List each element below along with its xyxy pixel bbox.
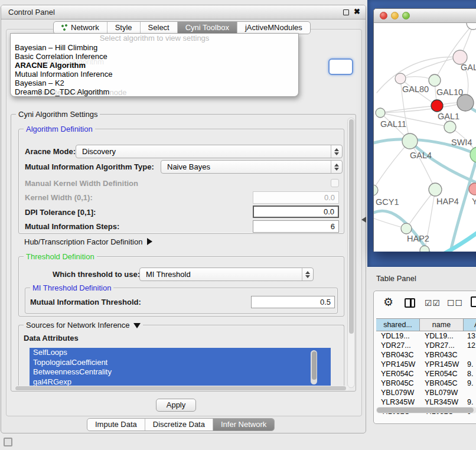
tab-cyni-toolbox[interactable]: Cyni Toolbox (178, 22, 237, 34)
mi-steps-field[interactable]: 6 (253, 220, 339, 233)
table-row[interactable]: YBR043CYBR043C (376, 350, 476, 360)
bottom-tab-bar: Impute DataDiscretize DataInfer Network (87, 418, 275, 431)
node-label: GAL80 (402, 84, 429, 94)
network-window-titlebar[interactable] (374, 9, 476, 23)
close-icon[interactable]: ✖ (354, 7, 360, 16)
table-cell: YBR045C (376, 379, 420, 388)
network-node[interactable] (431, 100, 443, 112)
settings-horizontal-scrollbar[interactable] (15, 386, 349, 391)
tab-network[interactable]: Network (54, 22, 107, 34)
node-label: GAL4 (410, 151, 432, 160)
dpi-tolerance-field[interactable]: 0.0 (253, 206, 339, 218)
network-graph[interactable]: GALGAL80GAL10GAL1GAL11SWI4GAL4GCY1HAP4YH… (374, 23, 476, 252)
table-row[interactable]: YBR045CYBR045C9. (376, 379, 476, 388)
settings-scroll-thumb[interactable] (349, 119, 354, 334)
node-label: GAL11 (380, 119, 406, 129)
attribute-list-item[interactable]: BetweennessCentrality (30, 367, 331, 377)
apply-button[interactable]: Apply (156, 399, 196, 412)
network-node[interactable] (376, 108, 385, 118)
zoom-traffic-light[interactable] (402, 12, 410, 19)
network-edge[interactable] (406, 190, 435, 229)
export-table-icon[interactable] (471, 296, 476, 307)
table-cell: YLR345W (420, 397, 464, 407)
mi-threshold-field[interactable]: 0.5 (251, 296, 335, 308)
kernel-width-field[interactable]: 0.0 (253, 191, 339, 204)
attribute-list-scrollbar[interactable] (311, 350, 317, 384)
table-row[interactable]: YBL079WYBL079W (376, 388, 476, 397)
column-header[interactable]: shared... (376, 318, 420, 331)
network-canvas[interactable]: GALGAL80GAL10GAL1GAL11SWI4GAL4GCY1HAP4YH… (374, 23, 476, 252)
column-header[interactable]: A (464, 318, 476, 331)
network-node[interactable] (401, 223, 412, 234)
data-attributes-list[interactable]: SelfLoopsTopologicalCoefficientBetweenne… (30, 348, 331, 387)
inference-algorithm-combo-fragment[interactable] (328, 58, 353, 75)
mini-palette-icon[interactable] (4, 438, 12, 446)
tab-jactivemnodules[interactable]: jActiveMNodules (237, 22, 310, 34)
tab-infer-network[interactable]: Infer Network (213, 419, 274, 431)
network-edge[interactable] (410, 141, 435, 190)
table-cell (464, 388, 476, 397)
attribute-list-item[interactable]: SelfLoops (30, 348, 331, 358)
table-row[interactable]: YDL19...YDL19...13 (376, 331, 476, 341)
table-panel-header: Table Panel (367, 267, 476, 289)
which-threshold-select[interactable]: MI Threshold (139, 268, 314, 281)
table-row[interactable]: YPR145WYPR145W9. (376, 360, 476, 369)
table-cell (464, 350, 476, 360)
tab-select[interactable]: Select (141, 22, 178, 34)
network-node[interactable] (444, 121, 456, 133)
algorithm-popup-item[interactable]: Bayesian – K2 (11, 79, 298, 87)
tab-label: Discretize Data (153, 419, 205, 431)
network-node[interactable] (470, 147, 476, 162)
stepper-arrows-icon (331, 145, 342, 158)
tab-style[interactable]: Style (107, 22, 141, 34)
table-hscroll-thumb[interactable] (377, 407, 474, 413)
algorithm-popup-item[interactable]: ARACNE Algorithm (11, 61, 298, 70)
network-edge[interactable] (374, 141, 410, 190)
table-cell: 9. (464, 379, 476, 388)
settings-vertical-scrollbar[interactable] (347, 118, 355, 388)
close-traffic-light[interactable] (380, 12, 387, 19)
table-row[interactable]: YLR345WYLR345W9. (376, 397, 476, 407)
mi-algorithm-type-select[interactable]: Naive Bayes (161, 160, 343, 174)
network-node[interactable] (429, 74, 441, 86)
aracne-mode-value: Discovery (76, 147, 331, 156)
network-view-window[interactable]: GALGAL80GAL10GAL1GAL11SWI4GAL4GCY1HAP4YH… (373, 8, 476, 252)
tab-label: Infer Network (221, 419, 266, 431)
network-node[interactable] (467, 23, 476, 30)
network-node[interactable] (402, 133, 418, 149)
table-cell: YBL079W (420, 388, 464, 397)
column-header[interactable]: name (420, 318, 464, 331)
attribute-list-scroll-thumb[interactable] (312, 351, 317, 380)
network-node[interactable] (420, 246, 429, 252)
table-row[interactable]: YDR27...YDR27...12 (376, 341, 476, 350)
tab-discretize-data[interactable]: Discretize Data (145, 419, 213, 431)
network-node[interactable] (457, 94, 474, 111)
algorithm-popup-item[interactable]: Bayesian – Hill Climbing (11, 43, 298, 52)
table-horizontal-scrollbar[interactable] (376, 407, 476, 413)
select-all-checkboxes-icon[interactable]: ☑☑ (425, 298, 441, 308)
deselect-all-checkboxes-icon[interactable]: ☐☐ (447, 298, 463, 308)
float-window-icon[interactable] (343, 9, 349, 15)
algorithm-popup-item[interactable]: Basic Correlation Inference (11, 52, 298, 61)
network-node[interactable] (374, 185, 378, 195)
columns-icon[interactable] (405, 298, 415, 308)
settings-hscroll-thumb[interactable] (15, 386, 346, 390)
mi-threshold-group-title: MI Threshold Definition (30, 283, 113, 292)
node-label: SWI4 (451, 138, 472, 147)
network-node[interactable] (395, 73, 406, 84)
manual-kernel-checkbox[interactable] (331, 179, 339, 187)
hub-definition-toggle[interactable]: Hub/Transcription Factor Definition (24, 237, 152, 246)
sources-group-title[interactable]: Sources for Network Inference (24, 321, 143, 330)
table-row[interactable]: YER054CYER054C8. (376, 369, 476, 379)
network-edge[interactable] (400, 57, 460, 79)
algorithm-popup-item[interactable]: Mutual Information Inference (11, 70, 298, 79)
algorithm-popup-item[interactable]: Dream8 DC_TDC Algorithm (11, 87, 298, 96)
stepper-arrows-icon (331, 161, 342, 173)
gear-icon[interactable]: ⚙ (383, 295, 393, 309)
tab-impute-data[interactable]: Impute Data (87, 419, 145, 431)
aracne-mode-select[interactable]: Discovery (76, 145, 343, 158)
node-attribute-table[interactable]: shared...nameAYDL19...YDL19...13YDR27...… (376, 318, 476, 416)
attribute-list-item[interactable]: TopologicalCoefficient (30, 358, 331, 368)
minimize-traffic-light[interactable] (391, 12, 399, 19)
network-node[interactable] (429, 183, 442, 196)
